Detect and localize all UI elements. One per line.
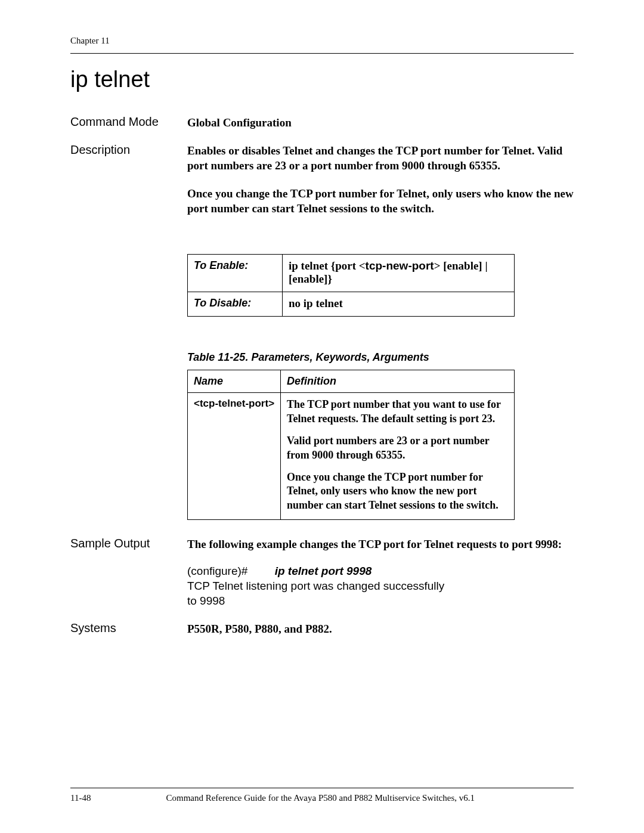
systems-row: Systems P550R, P580, P880, and P882.: [70, 621, 574, 636]
sample-output-row: Sample Output The following example chan…: [70, 537, 574, 608]
description-para-2: Once you change the TCP port number for …: [187, 186, 574, 216]
enable-disable-table-wrap: To Enable: ip telnet {port <tcp-new-port…: [187, 254, 574, 317]
table-row: <tcp-telnet-port> The TCP port number th…: [188, 393, 515, 520]
command-mode-value: Global Configuration: [187, 115, 574, 130]
cli-command: ip telnet port 9998: [275, 563, 372, 578]
footer-page-number: 11-48: [70, 793, 91, 803]
cli-prompt: (configure)#: [187, 565, 247, 577]
param-definition-cell: The TCP port number that you want to use…: [281, 393, 515, 520]
description-row: Description Enables or disables Telnet a…: [70, 143, 574, 229]
footer-title: Command Reference Guide for the Avaya P5…: [91, 793, 550, 803]
footer-spacer: [550, 793, 574, 803]
sample-output-body: The following example changes the TCP po…: [187, 537, 562, 608]
cli-block: (configure)# ip telnet port 9998 TCP Tel…: [187, 563, 562, 608]
param-header-definition: Definition: [281, 370, 515, 393]
enable-value-cell: ip telnet {port <tcp-new-port> [enable] …: [283, 255, 515, 292]
sample-output-intro: The following example changes the TCP po…: [187, 537, 562, 552]
footer-row: 11-48 Command Reference Guide for the Av…: [70, 793, 574, 803]
command-mode-row: Command Mode Global Configuration: [70, 115, 574, 130]
parameters-table-wrap: Table 11-25. Parameters, Keywords, Argum…: [187, 351, 574, 520]
param-def-para-1: The TCP port number that you want to use…: [287, 398, 508, 426]
disable-label-cell: To Disable:: [188, 292, 283, 317]
param-header-name: Name: [188, 370, 281, 393]
page-title: ip telnet: [70, 67, 574, 92]
page-footer: 11-48 Command Reference Guide for the Av…: [70, 788, 574, 803]
description-label: Description: [70, 143, 187, 229]
sample-output-label: Sample Output: [70, 537, 187, 608]
enable-label-cell: To Enable:: [188, 255, 283, 292]
cli-response-line-2: to 9998: [187, 593, 562, 608]
chapter-header: Chapter 11: [70, 36, 574, 46]
param-def-para-3: Once you change the TCP port number for …: [287, 470, 508, 512]
table-row: To Enable: ip telnet {port <tcp-new-port…: [188, 255, 515, 292]
document-page: Chapter 11 ip telnet Command Mode Global…: [0, 0, 644, 833]
param-def-para-2: Valid port numbers are 23 or a port numb…: [287, 434, 508, 462]
footer-rule: [70, 788, 574, 788]
table-row: To Disable: no ip telnet: [188, 292, 515, 317]
cli-response-line-1: TCP Telnet listening port was changed su…: [187, 578, 562, 593]
table-row: Name Definition: [188, 370, 515, 393]
enable-syntax-prefix: ip telnet {port <: [289, 259, 366, 272]
systems-label: Systems: [70, 621, 187, 636]
description-body: Enables or disables Telnet and changes t…: [187, 143, 574, 229]
description-para-1: Enables or disables Telnet and changes t…: [187, 143, 574, 173]
command-mode-label: Command Mode: [70, 115, 187, 130]
systems-value: P550R, P580, P880, and P882.: [187, 621, 574, 636]
param-name-cell: <tcp-telnet-port>: [188, 393, 281, 520]
header-rule: [70, 53, 574, 54]
parameters-table: Name Definition <tcp-telnet-port> The TC…: [187, 370, 515, 520]
enable-syntax-arg: tcp-new-port: [366, 259, 434, 272]
parameters-table-caption: Table 11-25. Parameters, Keywords, Argum…: [187, 351, 574, 364]
disable-value-cell: no ip telnet: [283, 292, 515, 317]
enable-disable-table: To Enable: ip telnet {port <tcp-new-port…: [187, 254, 515, 317]
